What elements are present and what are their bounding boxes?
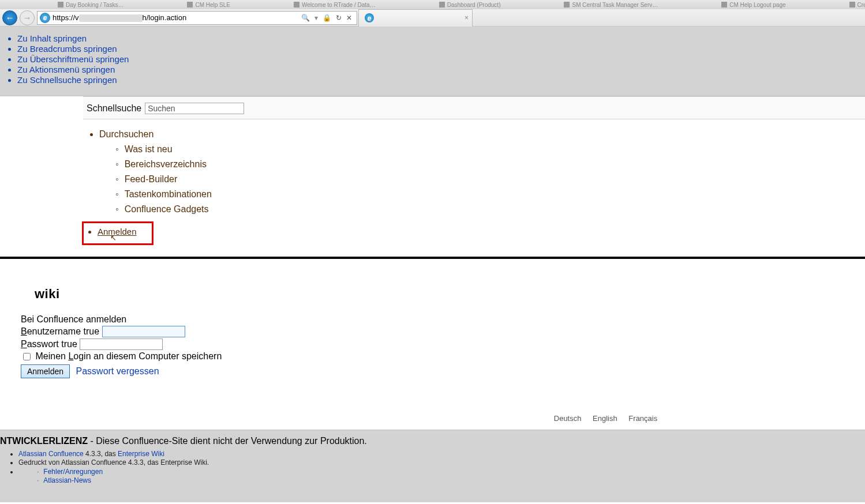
footer-link-confluence[interactable]: Atlassian Confluence bbox=[18, 450, 84, 458]
skip-link-content[interactable]: Zu Inhalt springen bbox=[17, 33, 87, 43]
site-title: wiki bbox=[35, 287, 865, 302]
footer-line: Atlassian Confluence 4.3.3, das Enterpri… bbox=[18, 450, 865, 458]
browser-toolbar: ← → e https://vh/login.action 🔍 ▾ 🔒 ↻ ✕ … bbox=[0, 9, 865, 27]
login-submit-button[interactable]: Anmelden bbox=[21, 364, 70, 378]
taskbar-item[interactable]: Create Issue – Atlassian C… bbox=[849, 2, 865, 8]
quicksearch-bar: Schnellsuche bbox=[83, 96, 865, 119]
forward-button[interactable]: → bbox=[20, 10, 35, 25]
skip-link-breadcrumbs[interactable]: Zu Breadcrumbs springen bbox=[17, 44, 117, 54]
login-form: wiki Bei Confluence anmelden Benutzernam… bbox=[0, 259, 865, 386]
browse-menu-root[interactable]: Durchsuchen bbox=[99, 129, 153, 139]
footer-line: Gedruckt von Atlassian Confluence 4.3.3,… bbox=[18, 458, 865, 467]
login-heading: Bei Confluence anmelden bbox=[21, 314, 865, 325]
quicksearch-label: Schnellsuche bbox=[87, 103, 141, 114]
taskbar-item[interactable]: Day Booking / Tasks… bbox=[58, 2, 123, 8]
refresh-icon[interactable]: ↻ bbox=[336, 14, 342, 22]
language-switcher: Deutsch English Français bbox=[346, 414, 865, 423]
taskbar-item[interactable]: CM Help SLE bbox=[187, 2, 230, 8]
cursor-icon: ↖ bbox=[110, 236, 137, 240]
url-text: https://vh/login.action bbox=[53, 13, 186, 22]
browse-menu-item[interactable]: Feed-Builder bbox=[115, 174, 865, 185]
lang-option[interactable]: English bbox=[593, 414, 617, 423]
password-input[interactable] bbox=[80, 338, 163, 350]
username-input[interactable] bbox=[102, 326, 185, 337]
tab-strip: e × bbox=[358, 9, 473, 27]
footer-link-feedback[interactable]: Fehler/Anregungen bbox=[43, 468, 103, 476]
skip-link-region: Zu Inhalt springen Zu Breadcrumbs spring… bbox=[0, 27, 865, 96]
lang-option[interactable]: Français bbox=[628, 414, 657, 423]
lock-icon: 🔒 bbox=[323, 14, 331, 22]
browse-menu: Durchsuchen Was ist neu Bereichsverzeich… bbox=[0, 119, 865, 253]
back-button[interactable]: ← bbox=[2, 10, 17, 25]
footer-link-news[interactable]: Atlassian-News bbox=[43, 476, 91, 484]
os-taskbar: Day Booking / Tasks… CM Help SLE Welcome… bbox=[0, 0, 865, 9]
footer-link-enterprise[interactable]: Enterprise Wiki bbox=[118, 450, 164, 458]
footer: NTWICKLERLIZENZ - Diese Confluence-Site … bbox=[0, 430, 865, 502]
lang-option[interactable]: Deutsch bbox=[554, 414, 582, 423]
skip-link-header-menu[interactable]: Zu Überschriftmenü springen bbox=[17, 54, 129, 64]
taskbar-item[interactable]: Welcome to RTrade / Data… bbox=[294, 2, 376, 8]
browse-menu-item[interactable]: Was ist neu bbox=[115, 144, 865, 155]
browse-menu-item[interactable]: Confluence Gadgets bbox=[115, 204, 865, 215]
search-icon[interactable]: 🔍 bbox=[301, 14, 310, 22]
username-label: Benutzername true bbox=[21, 326, 99, 336]
ie-icon: e bbox=[40, 13, 50, 23]
taskbar-item[interactable]: CM Help Logout page bbox=[721, 2, 785, 8]
browse-menu-item[interactable]: Bereichsverzeichnis bbox=[115, 159, 865, 170]
stop-icon[interactable]: ✕ bbox=[346, 14, 352, 22]
quicksearch-input[interactable] bbox=[145, 103, 244, 114]
login-link[interactable]: Anmelden bbox=[98, 227, 137, 236]
dev-license-notice: NTWICKLERLIZENZ - Diese Confluence-Site … bbox=[0, 436, 865, 446]
ie-icon: e bbox=[365, 13, 374, 22]
browse-menu-item[interactable]: Tastenkombinationen bbox=[115, 189, 865, 200]
taskbar-item[interactable]: SM Central Task Manager Serv… bbox=[564, 2, 658, 8]
password-label: Passwort true bbox=[21, 339, 77, 349]
forgot-password-link[interactable]: Passwort vergessen bbox=[76, 366, 159, 376]
remember-label: Meinen Login an diesem Computer speicher… bbox=[35, 351, 222, 361]
login-link-highlight: Anmelden ↖ bbox=[82, 221, 153, 245]
remember-checkbox[interactable] bbox=[23, 353, 31, 360]
close-tab-icon[interactable]: × bbox=[465, 14, 469, 22]
address-bar[interactable]: e https://vh/login.action 🔍 ▾ 🔒 ↻ ✕ bbox=[37, 11, 357, 25]
skip-link-action-menu[interactable]: Zu Aktionsmenü springen bbox=[17, 65, 115, 74]
browser-tab[interactable]: e × bbox=[358, 9, 473, 27]
skip-link-quicksearch[interactable]: Zu Schnellsuche springen bbox=[17, 75, 117, 85]
taskbar-item[interactable]: Dashboard (Product) bbox=[439, 2, 501, 8]
